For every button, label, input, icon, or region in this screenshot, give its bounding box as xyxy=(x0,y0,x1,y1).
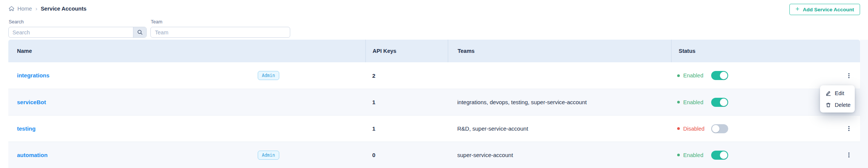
home-icon xyxy=(8,6,15,12)
search-icon xyxy=(137,29,143,35)
api-keys-count: 0 xyxy=(365,152,448,158)
table-row-testing: testing 1 R&D, super-service-account Dis… xyxy=(8,115,860,142)
name-cell: serviceBot xyxy=(8,99,258,106)
kebab-menu-icon[interactable] xyxy=(847,151,851,159)
column-header-status[interactable]: Status xyxy=(671,40,838,62)
column-header-actions xyxy=(838,40,860,62)
team-label: Team xyxy=(151,19,162,25)
breadcrumb-current: Service Accounts xyxy=(41,6,87,12)
add-service-account-label: Add Service Account xyxy=(803,7,854,12)
status-dot xyxy=(677,127,680,130)
edit-label: Edit xyxy=(835,90,844,96)
api-keys-count: 1 xyxy=(365,99,448,105)
status-dot xyxy=(677,154,680,156)
column-header-name[interactable]: Name xyxy=(8,40,365,62)
status-cell: Disabled xyxy=(671,124,838,133)
add-service-account-button[interactable]: + Add Service Account xyxy=(789,4,860,15)
status-dot xyxy=(677,101,680,103)
toggle-knob xyxy=(720,99,727,106)
column-header-api-keys[interactable]: API Keys xyxy=(365,40,448,62)
search-input[interactable] xyxy=(9,27,133,37)
status-dot xyxy=(677,74,680,77)
toggle-knob xyxy=(720,151,727,159)
table-row-automation: automation Admin 0 super-service-account… xyxy=(8,142,860,168)
delete-label: Delete xyxy=(835,102,851,108)
status-cell: Enabled xyxy=(671,151,838,160)
table-header: Name API Keys Teams Status xyxy=(8,40,860,62)
table-body: integrations Admin 2 Enabled serviceBot … xyxy=(8,62,860,168)
api-keys-count: 2 xyxy=(365,72,448,79)
service-account-link[interactable]: testing xyxy=(17,125,36,132)
status-cell: Enabled xyxy=(671,98,838,107)
teams-list: integrations, devops, testing, super-ser… xyxy=(448,99,671,105)
service-accounts-page: Home › Service Accounts + Add Service Ac… xyxy=(0,0,868,168)
plus-icon: + xyxy=(795,6,800,12)
actions-cell xyxy=(838,151,860,159)
breadcrumb-home-label: Home xyxy=(17,6,32,12)
teams-list: R&D, super-service-account xyxy=(448,125,671,132)
service-account-link[interactable]: integrations xyxy=(17,72,50,79)
status-label: Enabled xyxy=(683,72,711,79)
name-cell: automation xyxy=(8,152,258,159)
context-menu-edit[interactable]: Edit xyxy=(820,87,855,99)
kebab-menu-icon[interactable] xyxy=(847,72,851,80)
api-keys-count: 1 xyxy=(365,125,448,132)
status-toggle[interactable] xyxy=(711,71,728,80)
kebab-menu-icon[interactable] xyxy=(847,125,851,133)
toggle-knob xyxy=(712,125,719,133)
breadcrumb-home-link[interactable]: Home xyxy=(8,6,32,12)
status-toggle[interactable] xyxy=(711,124,728,133)
status-label: Enabled xyxy=(683,99,711,105)
status-toggle[interactable] xyxy=(711,98,728,107)
right-gutter xyxy=(860,40,868,168)
admin-badge: Admin xyxy=(258,151,279,160)
admin-badge: Admin xyxy=(258,71,279,80)
table-row-integrations: integrations Admin 2 Enabled xyxy=(8,62,860,89)
team-filter-input[interactable] xyxy=(150,27,290,38)
breadcrumb: Home › Service Accounts xyxy=(8,4,87,13)
badge-cell: Admin xyxy=(258,71,365,80)
badge-cell: Admin xyxy=(258,151,365,160)
actions-cell xyxy=(838,72,860,80)
status-label: Enabled xyxy=(683,152,711,158)
toggle-knob xyxy=(720,72,727,79)
table-row-servicebot: serviceBot 1 integrations, devops, testi… xyxy=(8,89,860,115)
service-account-link[interactable]: automation xyxy=(17,152,48,158)
context-menu-delete[interactable]: Delete xyxy=(820,99,855,111)
service-account-link[interactable]: serviceBot xyxy=(17,99,46,105)
search-label: Search xyxy=(9,19,24,25)
name-cell: testing xyxy=(8,125,258,132)
chevron-right-icon: › xyxy=(36,6,37,11)
edit-icon xyxy=(826,91,831,96)
name-cell: integrations xyxy=(8,72,258,79)
column-header-teams[interactable]: Teams xyxy=(448,40,671,62)
actions-cell xyxy=(838,125,860,133)
teams-list: super-service-account xyxy=(448,152,671,158)
search-input-group xyxy=(8,27,147,38)
search-button[interactable] xyxy=(133,27,146,37)
status-label: Disabled xyxy=(683,126,711,132)
status-toggle[interactable] xyxy=(711,151,728,160)
status-cell: Enabled xyxy=(671,71,838,80)
row-context-menu: Edit Delete xyxy=(820,85,855,113)
delete-icon xyxy=(826,102,831,108)
